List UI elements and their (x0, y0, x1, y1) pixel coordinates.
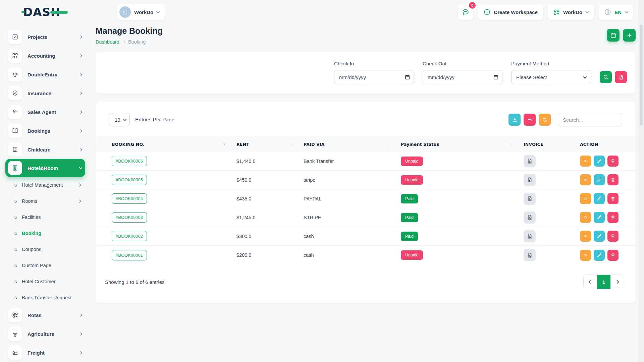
row-actions (580, 250, 622, 261)
sidebar-item-accounting[interactable]: Accounting (5, 46, 85, 65)
workdo-menu-button[interactable]: WorkDo (548, 4, 594, 20)
invoice-pdf-button[interactable] (524, 212, 536, 224)
refresh-button[interactable] (539, 114, 551, 126)
invoice-pdf-button[interactable] (524, 155, 536, 167)
sidebar-subitem-custom-page[interactable]: Custom Page (5, 257, 85, 274)
create-workspace-button[interactable]: Create Workspace (478, 4, 543, 20)
invoice-pdf-button[interactable] (524, 230, 536, 242)
sidebar-subitem-facilities[interactable]: Facilities (5, 209, 85, 225)
pagination-prev-button[interactable] (584, 275, 597, 289)
sidebar-item-sales-agent[interactable]: Sales Agent (5, 103, 85, 121)
calendar-view-button[interactable] (607, 29, 620, 42)
check-out-input[interactable] (423, 70, 502, 84)
chevron-down-icon (625, 10, 628, 13)
sidebar-item-projects[interactable]: Projects (5, 27, 85, 46)
sidebar-item-bookings[interactable]: Bookings (5, 121, 85, 140)
chevron-right-icon (122, 41, 125, 43)
delete-booking-button[interactable] (607, 193, 619, 204)
language-selector[interactable]: EN (599, 4, 633, 20)
globe-icon (604, 8, 611, 16)
view-booking-button[interactable] (580, 250, 591, 261)
scrollbar[interactable] (638, 0, 644, 362)
filter-reset-button[interactable] (615, 71, 627, 83)
paid-via-cell: stripe (304, 177, 401, 183)
table-search-input[interactable] (558, 113, 622, 126)
bookings-table-card: 10 Entries Per Page B (96, 102, 636, 303)
column-header-booking-no[interactable]: BOOKING NO. (112, 142, 236, 147)
sidebar-item-hotel-room[interactable]: Hotel&Room (5, 159, 85, 177)
workspace-switcher[interactable]: WorkDo (117, 4, 165, 20)
row-actions (580, 231, 622, 242)
sidebar-subitem-rooms[interactable]: Rooms (5, 193, 85, 209)
view-booking-button[interactable] (580, 174, 591, 185)
column-header-paid-via[interactable]: PAID VIA (304, 142, 401, 147)
scrollbar-thumb[interactable] (640, 25, 643, 125)
plant-icon (8, 327, 22, 341)
create-workspace-label: Create Workspace (494, 9, 538, 15)
bullet-icon (13, 215, 18, 220)
delete-booking-button[interactable] (607, 231, 619, 242)
payment-method-select[interactable]: Please Select (511, 70, 591, 84)
booking-no-pill: #BOOK00005 (112, 175, 147, 185)
sidebar-subitem-hotel-customer[interactable]: Hotel Customer (5, 274, 85, 290)
breadcrumb-current: Booking (128, 39, 146, 45)
sidebar-item-freight[interactable]: Freight (5, 343, 85, 362)
grid-plus-icon (8, 49, 22, 63)
checkbox-icon (8, 30, 22, 44)
view-booking-button[interactable] (580, 231, 591, 242)
pagination-next-button[interactable] (610, 275, 624, 289)
rent-cell: $1,440.0 (236, 159, 304, 164)
sidebar-item-agriculture[interactable]: Agriculture (5, 324, 85, 343)
edit-booking-button[interactable] (594, 174, 605, 185)
edit-booking-button[interactable] (594, 193, 605, 204)
export-button[interactable] (508, 114, 521, 126)
sidebar-item-doubleentry[interactable]: DoubleEntry (5, 65, 85, 84)
pdf-file-icon (527, 233, 533, 239)
check-in-label: Check In (334, 61, 414, 66)
sidebar-subitem-booking[interactable]: Booking (5, 225, 85, 241)
chevron-right-icon (79, 54, 83, 57)
sidebar-item-rotas[interactable]: Rotas (5, 306, 85, 324)
edit-booking-button[interactable] (594, 212, 605, 223)
main-content: Manage Booking Dashboard Booking Check I… (96, 24, 636, 303)
column-header-rent[interactable]: RENT (236, 142, 304, 147)
breadcrumb-dashboard-link[interactable]: Dashboard (96, 39, 119, 45)
sidebar-item-insurance[interactable]: Insurance (5, 84, 85, 103)
view-booking-button[interactable] (580, 193, 591, 204)
filter-search-button[interactable] (600, 71, 612, 83)
chevron-down-icon (156, 10, 160, 13)
payment-status-badge: Paid (401, 232, 418, 241)
showing-entries-text: Showing 1 to 6 of 6 entries (105, 279, 165, 285)
delete-booking-button[interactable] (607, 250, 619, 261)
check-in-input[interactable] (334, 70, 414, 84)
invoice-pdf-button[interactable] (524, 249, 536, 261)
sort-icon (509, 142, 514, 146)
pagination-page-1[interactable]: 1 (597, 275, 610, 289)
edit-booking-button[interactable] (594, 156, 605, 167)
undo-button[interactable] (524, 114, 536, 126)
paid-via-cell: Bank Transfer (304, 159, 401, 164)
sidebar-subitem-coupons[interactable]: Coupons (5, 241, 85, 257)
chevron-right-icon (79, 73, 83, 76)
edit-booking-button[interactable] (594, 231, 605, 242)
sidebar-subitem-hotel-management[interactable]: Hotel Management (5, 177, 85, 193)
column-header-payment-status[interactable]: Payment Status (401, 142, 524, 147)
view-booking-button[interactable] (580, 212, 591, 223)
bullet-icon (13, 296, 18, 300)
invoice-pdf-button[interactable] (524, 193, 536, 205)
delete-booking-button[interactable] (607, 212, 619, 223)
sidebar-item-childcare[interactable]: Childcare (5, 140, 85, 159)
scales-icon (8, 67, 22, 81)
filter-panel: Check In Check Out Payment Method Plea (96, 52, 636, 94)
sidebar-subitem-bank-transfer-request[interactable]: Bank Transfer Request (5, 290, 85, 306)
delete-booking-button[interactable] (607, 174, 619, 185)
delete-booking-button[interactable] (607, 156, 619, 167)
entries-per-page-select[interactable]: 10 (109, 113, 130, 126)
messages-button[interactable]: 0 (458, 4, 473, 20)
view-booking-button[interactable] (580, 156, 591, 167)
chevron-right-icon (78, 199, 81, 202)
row-actions (580, 212, 622, 223)
invoice-pdf-button[interactable] (524, 174, 536, 186)
edit-booking-button[interactable] (594, 250, 605, 261)
add-booking-button[interactable] (623, 29, 636, 42)
